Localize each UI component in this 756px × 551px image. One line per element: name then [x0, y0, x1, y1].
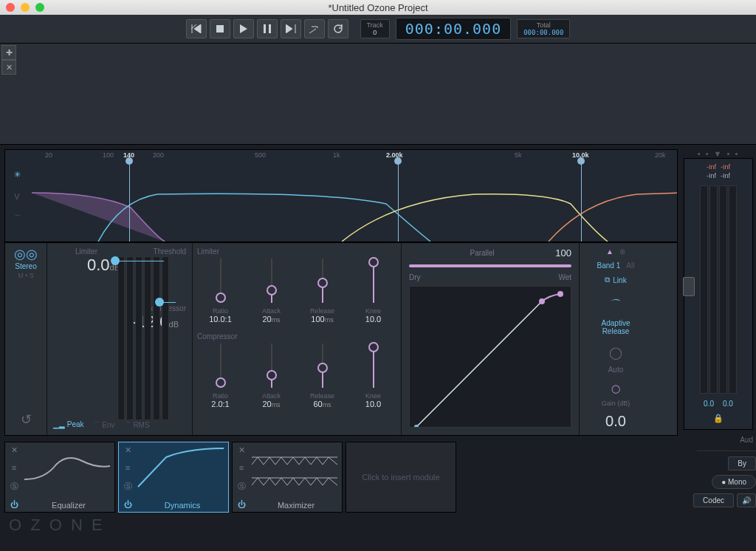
- module-solo-icon[interactable]: Ⓢ: [120, 481, 135, 492]
- close-track-button[interactable]: ✕: [1, 60, 16, 75]
- module-max-label: Maximizer: [250, 499, 342, 512]
- gain-slider-thumb[interactable]: ◯: [611, 384, 620, 394]
- detector-peak[interactable]: ▁▂ Peak: [53, 420, 84, 431]
- comp-knee-slider[interactable]: Knee10.0: [350, 343, 396, 408]
- svg-rect-0: [216, 25, 224, 32]
- crossover-2-handle[interactable]: [394, 157, 402, 165]
- module-power-icon[interactable]: ⏻: [7, 500, 21, 509]
- slider-column: Limiter Ratio10.0:1 Attack20ms Release10…: [193, 243, 402, 435]
- audio-label: Aud: [684, 436, 753, 444]
- limiter-attack-slider[interactable]: Attack20ms: [248, 259, 295, 324]
- auto-knob[interactable]: ◯: [609, 346, 622, 360]
- play-button[interactable]: [233, 19, 254, 38]
- band-tab-icon[interactable]: ▲: [606, 247, 614, 256]
- module-power-icon[interactable]: ⏻: [120, 500, 135, 509]
- transport-bar: Track 0 000:00.000 Total 000:00.000: [0, 15, 756, 44]
- adaptive-release-label[interactable]: Adaptive Release: [602, 319, 630, 335]
- spectrum-tools: ✳ V ⌒: [5, 163, 32, 230]
- dry-label: Dry: [409, 273, 421, 281]
- parallel-value: 100: [555, 247, 571, 259]
- limiter-ratio-slider[interactable]: Ratio10.0:1: [197, 259, 244, 324]
- spectrum-display[interactable]: 20 100 140 200 500 1k 2.00k 5k 10.0k 20k…: [4, 149, 678, 242]
- all-tab[interactable]: All: [626, 261, 634, 270]
- output-fader[interactable]: [683, 277, 695, 296]
- loop-button[interactable]: [328, 19, 348, 38]
- track-label: Track: [367, 21, 383, 29]
- pause-button[interactable]: [257, 19, 278, 38]
- mono-button[interactable]: ● Mono: [712, 475, 756, 489]
- link-button[interactable]: ⧉ Link: [605, 276, 626, 284]
- module-solo-icon[interactable]: Ⓢ: [7, 481, 21, 492]
- svg-rect-2: [269, 24, 271, 33]
- detector-env[interactable]: ⌒ Env: [93, 420, 115, 431]
- limiter-threshold-value[interactable]: 0.0dB: [53, 256, 120, 275]
- meter-collapse-icon[interactable]: • • ▼ • •: [684, 149, 753, 158]
- meter-rms-l: -Inf: [707, 172, 716, 179]
- module-maximizer[interactable]: ✕≡Ⓢ⏻ Maximizer: [232, 442, 343, 513]
- crossover-1-handle[interactable]: [126, 157, 133, 165]
- limiter-knee-slider[interactable]: Knee10.0: [350, 259, 396, 324]
- band1-tab[interactable]: Band 1: [597, 261, 621, 270]
- limiter-thresh-header: Limiter: [75, 247, 97, 256]
- module-power-icon[interactable]: ⏻: [234, 500, 249, 509]
- module-close-icon[interactable]: ✕: [120, 445, 135, 455]
- limiter-threshold-handle[interactable]: [111, 256, 120, 265]
- view-mode-icon[interactable]: V: [5, 185, 29, 208]
- titlebar: *Untitled Ozone Project: [0, 0, 756, 15]
- curve-column: Parallel 100 DryWet: [402, 243, 580, 435]
- module-equalizer[interactable]: ✕≡Ⓢ⏻ Equalizer: [4, 442, 115, 513]
- track-value: 0: [373, 29, 377, 36]
- transfer-curve[interactable]: [409, 286, 571, 428]
- module-menu-icon[interactable]: ≡: [120, 463, 135, 472]
- module-solo-icon[interactable]: Ⓢ: [234, 481, 249, 492]
- right-controls: By ● Mono Codec 🔊: [697, 451, 756, 507]
- stop-button[interactable]: [210, 19, 230, 38]
- module-menu-icon[interactable]: ≡: [234, 463, 249, 472]
- parallel-slider[interactable]: [409, 264, 571, 267]
- bypass-button[interactable]: By: [728, 456, 756, 470]
- module-close-icon[interactable]: ✕: [234, 445, 249, 455]
- stereo-link-icon[interactable]: ◎◎: [14, 246, 38, 262]
- threshold-column: LimiterThreshold 0.0dB Compressor -12.0d…: [47, 243, 193, 435]
- codec-button[interactable]: Codec: [693, 493, 734, 507]
- reset-icon[interactable]: ↺: [21, 411, 32, 428]
- compressor-section-label: Compressor: [197, 332, 396, 340]
- module-dynamics[interactable]: ✕≡Ⓢ⏻ Dynamics: [118, 442, 229, 513]
- comp-release-slider[interactable]: Release60ms: [299, 343, 346, 408]
- plugin-panel: 20 100 140 200 500 1k 2.00k 5k 10.0k 20k…: [0, 145, 756, 535]
- auto-label: Auto: [608, 366, 624, 374]
- all-tab-icon[interactable]: ⊕: [619, 247, 625, 256]
- dynamics-panel: ◎◎ Stereo M • S ↺ LimiterThreshold 0.0dB…: [4, 242, 678, 436]
- adaptive-release-icon[interactable]: ⌒: [610, 298, 622, 313]
- wet-label: Wet: [558, 273, 571, 281]
- stereo-label: Stereo: [15, 262, 36, 270]
- crossover-3-handle[interactable]: [577, 157, 585, 165]
- gain-value[interactable]: 0.0: [605, 413, 626, 430]
- meter-peak-r: -Inf: [721, 163, 730, 171]
- comp-attack-slider[interactable]: Attack20ms: [248, 343, 295, 408]
- curve-mode-icon[interactable]: ⌒: [5, 208, 29, 230]
- module-chain: ✕≡Ⓢ⏻ Equalizer ✕≡Ⓢ⏻ Dynamics ✕≡Ⓢ⏻ Maximi…: [4, 442, 678, 513]
- fast-forward-button[interactable]: [281, 19, 301, 38]
- speaker-icon[interactable]: 🔊: [737, 493, 756, 507]
- crossover-2-line: [398, 163, 399, 242]
- rewind-button[interactable]: [186, 19, 207, 38]
- output-meter-panel: -Inf -Inf -Inf -Inf 0.0 0.0 🔒: [684, 158, 753, 430]
- module-dyn-label: Dynamics: [137, 499, 228, 512]
- compressor-threshold-handle[interactable]: [155, 298, 164, 307]
- detector-rms[interactable]: ⌒ RMS: [124, 420, 150, 431]
- frequency-scale: 20 100 140 200 500 1k 2.00k 5k 10.0k 20k: [5, 150, 677, 163]
- stereo-column: ◎◎ Stereo M • S ↺: [5, 243, 47, 435]
- lock-icon[interactable]: 🔒: [713, 414, 724, 423]
- solo-band-icon[interactable]: ✳: [5, 163, 29, 185]
- comp-ratio-slider[interactable]: Ratio2.0:1: [197, 343, 244, 408]
- compressor-threshold-line: [164, 302, 176, 303]
- module-close-icon[interactable]: ✕: [7, 445, 21, 455]
- ms-label[interactable]: M • S: [18, 272, 34, 279]
- module-menu-icon[interactable]: ≡: [7, 463, 21, 472]
- limiter-release-slider[interactable]: Release100ms: [299, 259, 346, 324]
- add-track-button[interactable]: ✚: [1, 45, 16, 60]
- skip-button[interactable]: [304, 19, 325, 38]
- meter-bottom-l: 0.0: [704, 400, 714, 408]
- module-insert-slot[interactable]: Click to insert module: [346, 442, 456, 513]
